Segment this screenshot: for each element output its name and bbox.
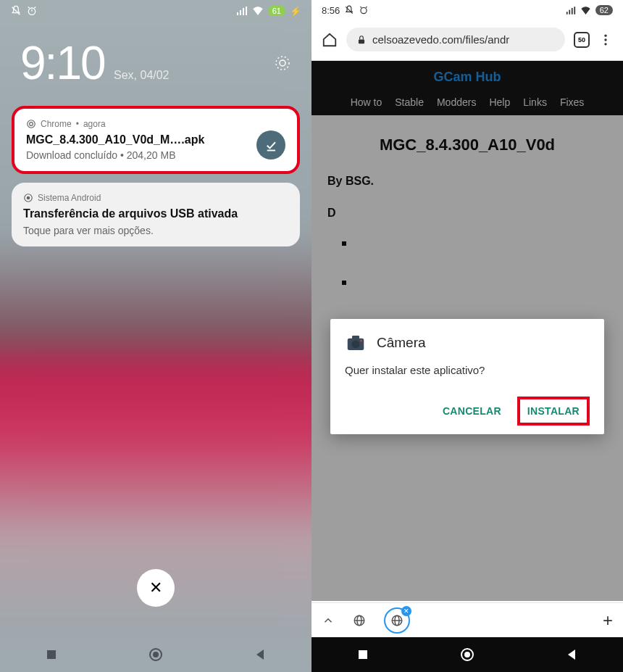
svg-rect-5 <box>237 12 238 15</box>
install-dialog: Câmera Quer instalar este aplicativo? CA… <box>330 319 604 434</box>
back-button[interactable] <box>254 648 267 661</box>
svg-point-32 <box>351 340 359 348</box>
alarm-icon <box>359 5 369 15</box>
svg-rect-6 <box>240 10 241 15</box>
wifi-icon <box>580 7 591 14</box>
status-time: 8:56 <box>322 5 340 16</box>
svg-rect-27 <box>359 39 364 43</box>
home-icon[interactable] <box>322 32 338 48</box>
download-notification[interactable]: Chrome • agora MGC_8.4.300_A10_V0d_M….ap… <box>12 106 300 174</box>
lock-icon <box>356 35 367 45</box>
navigation-bar[interactable] <box>312 637 623 672</box>
battery-indicator: 61 <box>268 6 285 16</box>
svg-rect-8 <box>246 7 247 15</box>
svg-rect-26 <box>574 7 575 14</box>
svg-point-9 <box>280 60 285 66</box>
dialog-message: Quer instalar este aplicativo? <box>345 364 590 376</box>
tab-globe-active[interactable] <box>384 607 410 634</box>
browser-toolbar: celsoazevedo.com/files/andr 50 <box>312 20 623 61</box>
back-button[interactable] <box>565 648 578 661</box>
notif2-subtitle: Toque para ver mais opções. <box>23 225 288 236</box>
home-button[interactable] <box>149 647 163 662</box>
notif-subtitle: Download concluído • 204,20 MB <box>26 149 285 161</box>
svg-point-29 <box>604 38 606 41</box>
recents-button[interactable] <box>356 648 369 661</box>
svg-point-43 <box>464 652 470 658</box>
svg-point-15 <box>27 196 30 200</box>
svg-rect-7 <box>243 8 244 15</box>
svg-point-28 <box>604 34 606 36</box>
notif-app-name: Chrome <box>41 119 72 129</box>
install-button[interactable]: INSTALAR <box>517 397 590 426</box>
svg-line-21 <box>361 7 362 7</box>
cancel-button[interactable]: CANCELAR <box>435 397 509 426</box>
svg-line-3 <box>28 7 30 8</box>
settings-lock-icon[interactable] <box>274 54 291 72</box>
charging-icon: ⚡ <box>290 6 301 17</box>
lock-time-area: 9:10 Sex, 04/02 <box>0 22 312 97</box>
chevron-up-icon[interactable] <box>322 614 335 627</box>
page-content: GCam Hub How to Stable Modders Help Link… <box>312 61 623 601</box>
svg-rect-16 <box>47 650 56 659</box>
svg-rect-41 <box>359 650 367 659</box>
add-tab-icon[interactable]: + <box>603 610 613 631</box>
bottom-launcher: + <box>312 602 623 637</box>
svg-point-34 <box>360 340 362 342</box>
lock-date: Sex, 04/02 <box>114 69 170 81</box>
notif2-app-name: Sistema Android <box>38 193 101 203</box>
url-bar[interactable]: celsoazevedo.com/files/andr <box>346 28 565 51</box>
svg-point-11 <box>28 120 35 128</box>
android-system-icon <box>23 193 33 203</box>
notif-time: agora <box>83 119 106 129</box>
svg-line-4 <box>34 7 35 8</box>
battery-level: 62 <box>600 6 609 14</box>
recents-button[interactable] <box>45 648 58 661</box>
notif-title: MGC_8.4.300_A10_V0d_M….apk <box>26 133 285 146</box>
status-bar: 8:56 62 <box>312 0 623 20</box>
battery-level: 61 <box>272 7 281 15</box>
tab-count[interactable]: 50 <box>574 32 590 48</box>
navigation-bar[interactable] <box>0 637 312 672</box>
svg-point-18 <box>153 652 159 658</box>
menu-icon[interactable] <box>598 33 613 47</box>
svg-rect-25 <box>572 8 573 14</box>
camera-app-icon <box>345 332 367 354</box>
dismiss-notifications-button[interactable]: ✕ <box>137 569 175 607</box>
battery-indicator: 62 <box>595 5 613 15</box>
svg-point-12 <box>30 123 33 126</box>
alarm-icon <box>26 5 38 17</box>
download-complete-icon[interactable] <box>256 130 285 159</box>
url-text: celsoazevedo.com/files/andr <box>372 33 509 46</box>
svg-point-10 <box>276 57 289 70</box>
left-screenshot: 61 ⚡ 9:10 Sex, 04/02 Chrome • agora MGC_… <box>0 0 312 672</box>
tab-globe[interactable] <box>346 607 372 634</box>
usb-notification[interactable]: Sistema Android Transferência de arquivo… <box>12 183 300 246</box>
svg-rect-24 <box>569 9 570 14</box>
chrome-icon <box>26 119 36 129</box>
lock-time: 9:10 <box>20 37 105 89</box>
close-icon: ✕ <box>149 578 162 597</box>
signal-icon <box>236 7 248 15</box>
status-bar: 61 ⚡ <box>0 0 312 22</box>
svg-rect-33 <box>352 336 359 339</box>
home-button[interactable] <box>460 647 474 662</box>
mute-icon <box>10 5 22 17</box>
svg-line-22 <box>366 7 367 7</box>
wifi-icon <box>252 7 264 15</box>
notif2-title: Transferência de arquivos USB ativada <box>23 207 288 220</box>
dialog-app-name: Câmera <box>377 335 426 351</box>
signal-icon <box>566 7 576 14</box>
mute-icon <box>344 5 354 15</box>
svg-rect-23 <box>566 12 568 14</box>
right-screenshot: 8:56 62 celsoazevedo.com/files/andr <box>312 0 623 672</box>
svg-point-30 <box>604 43 606 45</box>
svg-point-20 <box>361 8 367 14</box>
